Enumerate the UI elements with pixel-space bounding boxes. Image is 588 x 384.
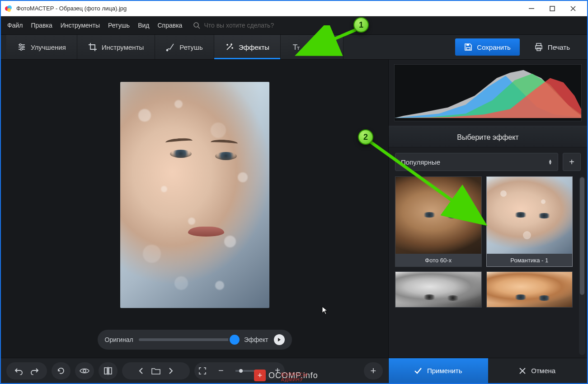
effect-thumb-romantic-1[interactable]: Романтика - 1: [486, 176, 573, 267]
fit-icon[interactable]: [199, 367, 206, 375]
undo-icon[interactable]: [14, 367, 23, 375]
menu-view[interactable]: Вид: [138, 22, 149, 29]
svg-rect-3: [529, 8, 534, 9]
window-title: ФотоМАСТЕР - Образец (фото лица).jpg: [16, 5, 521, 12]
svg-point-26: [239, 369, 243, 373]
svg-point-13: [167, 49, 168, 51]
dropdown-arrows-icon: ▲▼: [548, 159, 552, 165]
tab-label: Ретушь: [179, 43, 203, 51]
check-icon: [414, 368, 422, 374]
effects-grid: Фото 60-х Романтика -: [389, 176, 579, 308]
svg-rect-19: [536, 46, 542, 49]
annotation-badge-1: 1: [353, 17, 369, 33]
tab-enhance[interactable]: Улучшения: [6, 35, 77, 59]
tab-label: Улучшения: [31, 43, 66, 51]
bottom-bar: − + +: [1, 358, 388, 383]
mirror-button[interactable]: [99, 362, 118, 379]
annotation-badge-2: 2: [358, 129, 373, 145]
compare-knob[interactable]: [230, 335, 240, 345]
compare-original-label: Оригинал: [105, 336, 133, 343]
side-panel: Выберите эффект Популярные ▲▼ + Фото 60: [388, 60, 587, 383]
effect-thumb-3[interactable]: [395, 271, 482, 308]
tab-label: Надписи: [305, 43, 332, 51]
print-label: Печать: [548, 43, 570, 51]
svg-rect-4: [550, 6, 555, 11]
menu-file[interactable]: Файл: [7, 22, 23, 29]
canvas-viewport[interactable]: [1, 60, 388, 330]
search-input[interactable]: [204, 22, 294, 29]
compare-track[interactable]: [139, 338, 239, 341]
histogram: [394, 64, 582, 121]
next-icon[interactable]: [169, 368, 173, 374]
effect-label: Фото 60-х: [395, 254, 481, 266]
sliders-icon: [17, 43, 26, 52]
svg-point-2: [7, 8, 11, 12]
svg-point-15: [232, 47, 233, 48]
effect-category-dropdown[interactable]: Популярные ▲▼: [395, 153, 558, 171]
redo-icon[interactable]: [30, 367, 39, 375]
compare-go-button[interactable]: [274, 334, 285, 345]
compare-slider[interactable]: Оригинал Эффект: [98, 330, 292, 350]
svg-rect-20: [537, 48, 541, 51]
rotate-button[interactable]: [52, 362, 71, 379]
apply-button[interactable]: Применить: [389, 358, 488, 383]
apply-label: Применить: [427, 367, 462, 375]
menu-retouch[interactable]: Ретушь: [108, 22, 130, 29]
effects-panel-title: Выберите эффект: [389, 126, 587, 147]
watermark-sub: ВОПРОСЫ АДМИНУ: [281, 372, 318, 382]
svg-point-5: [194, 23, 198, 27]
brush-icon: [166, 43, 175, 52]
tab-label: Эффекты: [239, 43, 269, 51]
side-actions: Применить Отмена: [389, 358, 587, 383]
nav-group: [122, 362, 190, 379]
save-icon: [464, 43, 472, 51]
svg-rect-22: [104, 368, 107, 374]
svg-rect-23: [109, 368, 112, 374]
canvas-area: Оригинал Эффект: [1, 60, 388, 383]
search-icon: [193, 22, 200, 29]
tool-tabs: Улучшения Инструменты Ретушь Эффекты Над…: [1, 34, 587, 60]
svg-rect-16: [466, 44, 469, 46]
print-icon: [534, 43, 543, 52]
watermark: + OCOMP.info ВОПРОСЫ АДМИНУ: [254, 370, 318, 381]
tab-tools[interactable]: Инструменты: [77, 35, 155, 59]
preview-photo: [120, 82, 269, 308]
svg-rect-17: [466, 47, 470, 50]
eye-button[interactable]: [75, 362, 94, 379]
effect-thumb-photo-60s[interactable]: Фото 60-х: [395, 176, 482, 267]
tab-retouch[interactable]: Ретушь: [155, 35, 214, 59]
tab-text[interactable]: Надписи: [281, 35, 343, 59]
undo-redo-group: [6, 362, 47, 379]
wand-icon: [225, 43, 234, 52]
save-button[interactable]: Сохранить: [455, 38, 520, 56]
minimize-button[interactable]: [521, 1, 542, 16]
mouse-cursor-icon: [322, 306, 328, 317]
main-split: Оригинал Эффект: [1, 60, 587, 383]
folder-icon[interactable]: [151, 367, 160, 375]
menubar: Файл Правка Инструменты Ретушь Вид Справ…: [1, 16, 587, 34]
print-button[interactable]: Печать: [525, 38, 579, 56]
effect-thumb-4[interactable]: [486, 271, 573, 308]
prev-icon[interactable]: [139, 368, 143, 374]
menu-help[interactable]: Справка: [157, 22, 182, 29]
menu-edit[interactable]: Правка: [31, 22, 52, 29]
cancel-label: Отмена: [531, 367, 555, 375]
menu-tools[interactable]: Инструменты: [61, 22, 100, 29]
watermark-plus-icon: +: [254, 370, 266, 381]
zoom-out-icon[interactable]: −: [218, 365, 224, 376]
svg-point-12: [20, 48, 22, 50]
effects-scrollbar[interactable]: [579, 176, 585, 355]
tab-effects[interactable]: Эффекты: [214, 35, 281, 59]
add-button[interactable]: +: [364, 362, 383, 379]
save-label: Сохранить: [477, 43, 511, 51]
svg-point-21: [83, 370, 86, 372]
text-icon: [292, 43, 301, 52]
add-effect-button[interactable]: +: [563, 153, 581, 171]
close-button[interactable]: [563, 1, 583, 16]
titlebar: ФотоМАСТЕР - Образец (фото лица).jpg: [1, 1, 587, 16]
cancel-button[interactable]: Отмена: [488, 358, 588, 383]
app-root: Файл Правка Инструменты Ретушь Вид Справ…: [1, 16, 587, 383]
effect-category-value: Популярные: [401, 158, 440, 166]
svg-line-6: [198, 27, 200, 28]
maximize-button[interactable]: [542, 1, 563, 16]
